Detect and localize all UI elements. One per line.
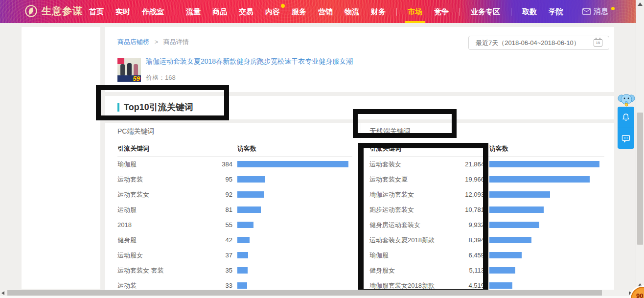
bell-icon <box>621 113 631 122</box>
visitor-count: 42 <box>191 236 232 244</box>
visitor-bar <box>237 237 250 243</box>
nav-message[interactable]: 消息 <box>582 0 615 23</box>
section-title-row: Top10引流关键词 <box>117 101 193 113</box>
visitor-count: 12,093 <box>443 191 484 198</box>
floating-panel <box>618 107 634 149</box>
feedback-chat-button[interactable] <box>618 128 634 149</box>
column-header-keyword: 引流关键词 <box>117 144 237 153</box>
visitor-count: 5,113 <box>443 267 484 274</box>
column-divider <box>361 123 361 290</box>
message-notification-dot <box>611 7 615 10</box>
product-title-link[interactable]: 瑜伽运动套装女夏2018春新款健身房跑步宽松速干衣专业健身服女潮 <box>146 57 353 66</box>
vertical-scroll-thumb[interactable] <box>637 113 643 245</box>
nav-item-业务专区[interactable]: 业务专区 <box>465 0 506 23</box>
visitor-bar <box>489 206 544 213</box>
breadcrumb-current: 商品详情 <box>163 38 189 46</box>
visitor-bar <box>237 161 348 167</box>
table-header: 引流关键词 访客数 <box>369 144 604 157</box>
visitor-count: 92 <box>191 191 232 198</box>
horizontal-scroll-thumb[interactable] <box>7 290 602 296</box>
visitor-count: 81 <box>191 206 232 213</box>
notification-bell-button[interactable] <box>618 107 634 128</box>
breadcrumb-link[interactable]: 商品店铺榜 <box>117 38 149 46</box>
vertical-scrollbar[interactable] <box>636 0 644 298</box>
visitor-count: 10,781 <box>443 206 484 213</box>
chat-bubble-icon <box>621 134 631 143</box>
nav-item-服务[interactable]: 服务 <box>286 0 312 23</box>
keyword-label: 2018 <box>117 221 191 229</box>
keyword-label: 瑜伽服 <box>117 160 191 169</box>
nav-divider <box>511 8 511 16</box>
floating-sidebar <box>618 92 635 149</box>
nav-divider <box>396 8 397 16</box>
nav-item-营销[interactable]: 营销 <box>312 0 339 23</box>
elephant-mascot-icon[interactable] <box>618 92 635 107</box>
table-row: 运动套装女夏2018新款8,394 <box>369 232 604 248</box>
table-row: 跑步运动套装女10,781 <box>369 202 604 217</box>
table-row: 运动服81 <box>117 202 352 217</box>
visitor-count: 4,519 <box>443 282 484 289</box>
visitor-bar <box>489 252 522 258</box>
table-row: 运动服女37 <box>117 248 352 263</box>
visitor-bar <box>237 206 261 213</box>
nav-item-学院[interactable]: 学院 <box>543 0 569 23</box>
keyword-label: 运动套装女 <box>369 160 443 169</box>
keyword-label: 运动套装女夏2018新款 <box>369 236 443 245</box>
product-thumbnail[interactable]: 59 <box>117 58 141 82</box>
nav-item-交易[interactable]: 交易 <box>233 0 259 23</box>
keyword-label: 健身服 <box>117 236 191 245</box>
column-header-keyword: 引流关键词 <box>369 144 489 153</box>
nav-item-取数[interactable]: 取数 <box>516 0 543 23</box>
visitor-bar <box>489 282 512 289</box>
table-body: 瑜伽服384运动套装95运动套装女92运动服81201855健身服42运动服女3… <box>117 157 352 290</box>
tab-wireless-keywords[interactable]: 无线端关键词 <box>369 127 604 139</box>
keyword-label: 运动套装女夏 <box>369 175 443 184</box>
keyword-label: 瑜伽运动套装女 <box>369 190 443 199</box>
pc-keyword-table: PC端关键词 引流关键词 访客数 瑜伽服384运动套装95运动套装女92运动服8… <box>117 123 352 290</box>
nav-item-商品[interactable]: 商品 <box>207 0 233 23</box>
table-row: 201855 <box>117 217 352 232</box>
page: 生意参谋 首页实时作战室流量商品交易内容服务营销物流财务市场竞争业务专区取数学院… <box>0 0 644 298</box>
nav-item-实时[interactable]: 实时 <box>110 0 136 23</box>
tab-pc-keywords[interactable]: PC端关键词 <box>117 127 352 139</box>
accent-bar <box>117 103 119 112</box>
horizontal-scrollbar[interactable] <box>0 290 636 296</box>
table-row: 运动套装95 <box>117 172 352 187</box>
visitor-bar <box>237 267 248 274</box>
section-header-card: Top10引流关键词 <box>105 96 614 119</box>
visitor-count: 37 <box>191 252 232 259</box>
top-navbar: 生意参谋 首页实时作战室流量商品交易内容服务营销物流财务市场竞争业务专区取数学院… <box>0 0 636 23</box>
nav-item-作战室[interactable]: 作战室 <box>136 0 170 23</box>
table-body: 运动套装女21,864运动套装女夏19,966瑜伽运动套装女12,093跑步运动… <box>369 157 604 290</box>
message-label: 消息 <box>594 7 608 16</box>
scroll-left-arrow[interactable] <box>1 291 4 295</box>
visitor-bar <box>237 176 265 183</box>
keyword-label: 运动装 <box>117 281 191 290</box>
nav-item-财务[interactable]: 财务 <box>365 0 391 23</box>
left-side-panel <box>22 27 100 289</box>
table-row: 运动装33 <box>117 278 352 290</box>
date-range-picker[interactable]: 最近7天（2018-06-04~2018-06-10） 15 <box>468 36 609 50</box>
visitor-bar <box>489 222 539 228</box>
nav-item-流量[interactable]: 流量 <box>180 0 207 23</box>
visitor-bar <box>489 161 599 167</box>
keyword-label: 跑步运动套装女 <box>369 206 443 214</box>
nav-item-市场[interactable]: 市场 <box>402 0 428 23</box>
nav-item-内容[interactable]: 内容 <box>259 0 286 23</box>
scroll-up-arrow[interactable] <box>638 2 643 6</box>
scroll-down-arrow[interactable] <box>638 283 643 287</box>
floating-activity-ball[interactable]: 90 <box>631 287 644 298</box>
breadcrumb-separator: > <box>155 38 159 46</box>
table-row: 瑜伽运动套装女12,093 <box>369 187 604 202</box>
brand-logo[interactable]: 生意参谋 <box>24 4 83 18</box>
visitor-count: 35 <box>191 267 232 274</box>
table-row: 健身服女5,113 <box>369 263 604 278</box>
nav-item-物流[interactable]: 物流 <box>339 0 365 23</box>
calendar-button[interactable]: 15 <box>587 36 609 49</box>
nav-item-首页[interactable]: 首页 <box>83 0 110 23</box>
date-range-label[interactable]: 最近7天（2018-06-04~2018-06-10） <box>469 36 587 49</box>
keyword-label: 健身服女 <box>369 266 443 275</box>
column-header-visitors: 访客数 <box>237 144 256 153</box>
nav-item-竞争[interactable]: 竞争 <box>428 0 455 23</box>
price-badge: 59 <box>133 75 140 82</box>
